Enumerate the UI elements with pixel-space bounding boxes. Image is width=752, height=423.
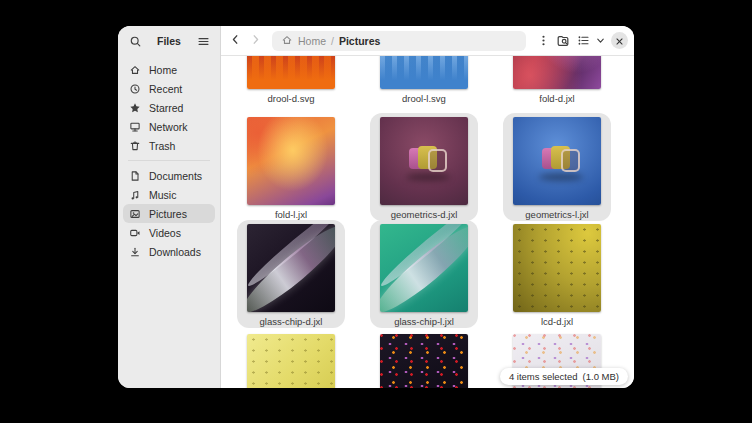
file-name: fold-d.jxl <box>539 92 574 105</box>
chevron-down-icon <box>595 32 606 50</box>
home-icon <box>129 63 142 76</box>
music-icon <box>129 188 142 201</box>
sidebar-item-network[interactable]: Network <box>123 117 215 136</box>
back-button[interactable] <box>227 32 244 49</box>
pictures-icon <box>129 207 142 220</box>
window-close-button[interactable] <box>611 32 628 49</box>
selection-size: (1.0 MB) <box>583 371 619 382</box>
view-options-dropdown[interactable] <box>594 32 606 49</box>
sidebar-item-label: Music <box>149 189 176 201</box>
menu-kebab-button[interactable] <box>534 32 552 50</box>
sidebar-header: Files <box>118 26 220 56</box>
file-thumbnail <box>247 334 335 388</box>
view-toggle-button[interactable] <box>574 32 592 50</box>
sidebar-item-music[interactable]: Music <box>123 185 215 204</box>
file-item-lcd-d.jxl[interactable]: lcd-d.jxl <box>503 220 611 328</box>
file-thumbnail <box>247 117 335 205</box>
kebab-menu-icon <box>537 34 550 47</box>
file-thumbnail <box>380 117 468 205</box>
selection-count: 4 items selected <box>509 371 578 382</box>
sidebar-nav: Home Recent Starred Network Trash Docume… <box>118 56 220 261</box>
sidebar-item-label: Documents <box>149 170 202 182</box>
documents-icon <box>129 169 142 182</box>
main-menu-button[interactable] <box>194 32 212 50</box>
thumbnail-art-shape <box>428 149 447 172</box>
starred-icon <box>129 101 142 114</box>
sidebar-item-label: Network <box>149 121 188 133</box>
header-actions <box>534 32 628 50</box>
hamburger-menu-icon <box>197 35 210 48</box>
file-item-drool-l.svg[interactable]: drool-l.svg <box>370 56 478 105</box>
sidebar-item-recent[interactable]: Recent <box>123 79 215 98</box>
sidebar-item-home[interactable]: Home <box>123 60 215 79</box>
file-item-geometrics-l.jxl[interactable]: geometrics-l.jxl <box>503 113 611 221</box>
breadcrumb-separator: / <box>331 35 334 47</box>
files-window: Files Home Recent Starred Network Trash … <box>118 26 634 388</box>
trash-icon <box>129 139 142 152</box>
sidebar-item-label: Starred <box>149 102 183 114</box>
file-item[interactable] <box>237 330 345 388</box>
app-title: Files <box>157 35 181 47</box>
sidebar-item-label: Recent <box>149 83 182 95</box>
sidebar-item-videos[interactable]: Videos <box>123 223 215 242</box>
file-thumbnail <box>513 224 601 312</box>
file-item-glass-chip-d.jxl[interactable]: glass-chip-d.jxl <box>237 220 345 328</box>
chevron-left-icon <box>229 32 242 50</box>
sidebar-item-label: Videos <box>149 227 181 239</box>
file-item[interactable] <box>370 330 478 388</box>
sidebar-item-label: Home <box>149 64 177 76</box>
search-icon <box>129 35 142 48</box>
file-item-fold-l.jxl[interactable]: fold-l.jxl <box>237 113 345 221</box>
sidebar-item-downloads[interactable]: Downloads <box>123 242 215 261</box>
file-item-fold-d.jxl[interactable]: fold-d.jxl <box>503 56 611 105</box>
sidebar-item-documents[interactable]: Documents <box>123 166 215 185</box>
search-button[interactable] <box>126 32 144 50</box>
file-item-geometrics-d.jxl[interactable]: geometrics-d.jxl <box>370 113 478 221</box>
file-thumbnail <box>513 117 601 205</box>
files-grid: 4 items selected (1.0 MB) drool-d.svg dr… <box>221 56 634 388</box>
file-name: lcd-d.jxl <box>541 315 573 328</box>
sidebar-item-pictures[interactable]: Pictures <box>123 204 215 223</box>
file-thumbnail <box>247 56 335 89</box>
file-thumbnail <box>513 56 601 89</box>
list-view-icon <box>577 34 590 47</box>
selection-status-pill: 4 items selected (1.0 MB) <box>500 368 628 385</box>
thumbnail-art-shape <box>406 173 450 181</box>
sidebar-item-label: Trash <box>149 140 175 152</box>
sidebar-item-label: Pictures <box>149 208 187 220</box>
thumbnail-art-shape <box>561 149 580 172</box>
sidebar: Files Home Recent Starred Network Trash … <box>118 26 221 388</box>
breadcrumb-root[interactable]: Home <box>298 35 326 47</box>
file-name: glass-chip-l.jxl <box>394 315 454 328</box>
close-icon <box>615 32 624 50</box>
sidebar-item-starred[interactable]: Starred <box>123 98 215 117</box>
recent-icon <box>129 82 142 95</box>
thumbnail-art-shape <box>539 173 583 181</box>
file-thumbnail <box>247 224 335 312</box>
file-name: drool-d.svg <box>268 92 315 105</box>
file-thumbnail <box>380 334 468 388</box>
sidebar-divider <box>128 160 210 161</box>
headerbar: Home / Pictures <box>221 26 634 56</box>
breadcrumb[interactable]: Home / Pictures <box>272 31 526 51</box>
forward-button[interactable] <box>247 32 264 49</box>
file-item-glass-chip-l.jxl[interactable]: glass-chip-l.jxl <box>370 220 478 328</box>
downloads-icon <box>129 245 142 258</box>
breadcrumb-current[interactable]: Pictures <box>339 35 380 47</box>
network-icon <box>129 120 142 133</box>
folder-search-button[interactable] <box>554 32 572 50</box>
videos-icon <box>129 226 142 239</box>
home-icon <box>281 34 293 48</box>
file-item-drool-d.svg[interactable]: drool-d.svg <box>237 56 345 105</box>
sidebar-item-label: Downloads <box>149 246 201 258</box>
file-name: drool-l.svg <box>402 92 446 105</box>
file-thumbnail <box>380 224 468 312</box>
chevron-right-icon <box>249 32 262 50</box>
file-name: glass-chip-d.jxl <box>260 315 323 328</box>
file-thumbnail <box>380 56 468 89</box>
desktop-background: Files Home Recent Starred Network Trash … <box>0 0 752 423</box>
sidebar-item-trash[interactable]: Trash <box>123 136 215 155</box>
main-pane: Home / Pictures <box>221 26 634 388</box>
folder-search-icon <box>556 34 570 48</box>
